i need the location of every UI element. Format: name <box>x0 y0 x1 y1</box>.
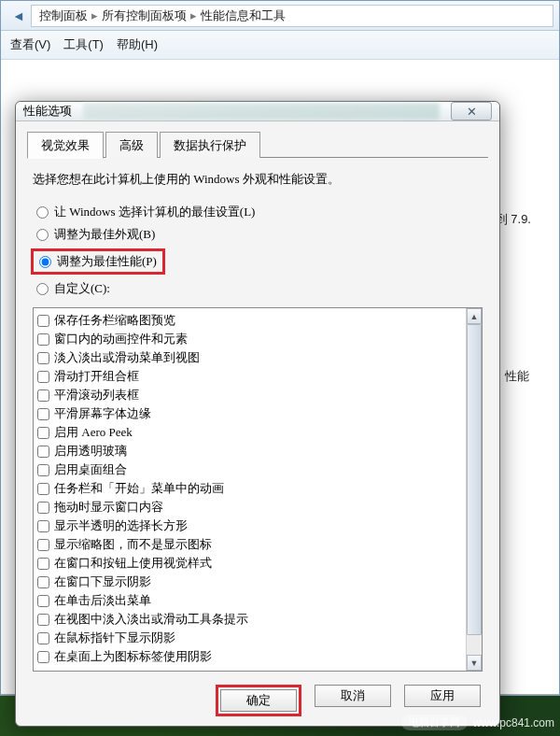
option-item[interactable]: 在窗口和按钮上使用视觉样式 <box>37 554 462 573</box>
option-item[interactable]: 在桌面上为图标标签使用阴影 <box>37 647 462 666</box>
option-checkbox[interactable] <box>37 464 49 476</box>
option-checkbox[interactable] <box>37 408 49 420</box>
option-checkbox[interactable] <box>37 446 49 458</box>
ok-button[interactable]: 确定 <box>220 689 297 712</box>
option-item[interactable]: 平滑屏幕字体边缘 <box>37 404 462 423</box>
dialog-body: 视觉效果 高级 数据执行保护 选择您想在此计算机上使用的 Windows 外观和… <box>16 121 499 728</box>
radio-group: 让 Windows 选择计算机的最佳设置(L) 调整为最佳外观(B) 调整为最佳… <box>27 201 488 305</box>
option-checkbox[interactable] <box>37 427 49 439</box>
option-item[interactable]: 保存任务栏缩略图预览 <box>37 311 462 330</box>
menu-tools[interactable]: 工具(T) <box>63 36 104 53</box>
option-item[interactable]: 在视图中淡入淡出或滑动工具条提示 <box>37 610 462 629</box>
option-item[interactable]: 显示缩略图，而不是显示图标 <box>37 535 462 554</box>
option-checkbox[interactable] <box>37 352 49 364</box>
option-label: 淡入淡出或滑动菜单到视图 <box>54 349 200 366</box>
option-label: 拖动时显示窗口内容 <box>54 499 163 516</box>
radio-auto[interactable]: 让 Windows 选择计算机的最佳设置(L) <box>36 201 479 223</box>
option-label: 在视图中淡入淡出或滑动工具条提示 <box>54 611 248 628</box>
option-checkbox[interactable] <box>37 614 49 626</box>
radio-label: 自定义(C): <box>54 280 110 297</box>
radio-best-appearance[interactable]: 调整为最佳外观(B) <box>36 223 479 246</box>
menu-help[interactable]: 帮助(H) <box>117 36 158 53</box>
breadcrumb-item[interactable]: 控制面板 <box>39 7 88 24</box>
option-checkbox[interactable] <box>37 558 49 570</box>
chevron-right-icon: ▸ <box>190 8 197 22</box>
option-label: 在鼠标指针下显示阴影 <box>54 630 175 646</box>
option-label: 在单击后淡出菜单 <box>54 592 151 609</box>
option-label: 在窗口和按钮上使用视觉样式 <box>54 555 212 572</box>
scroll-thumb[interactable] <box>467 324 482 635</box>
tab-advanced[interactable]: 高级 <box>105 132 158 158</box>
option-label: 显示缩略图，而不是显示图标 <box>54 536 212 553</box>
option-label: 显示半透明的选择长方形 <box>54 517 188 534</box>
breadcrumb[interactable]: 控制面板 ▸ 所有控制面板项 ▸ 性能信息和工具 <box>31 5 553 27</box>
option-item[interactable]: 滑动打开组合框 <box>37 367 462 386</box>
option-checkbox[interactable] <box>37 576 49 588</box>
options-listbox: 保存任务栏缩略图预览窗口内的动画控件和元素淡入淡出或滑动菜单到视图滑动打开组合框… <box>33 307 483 672</box>
radio-performance-input[interactable] <box>39 256 51 268</box>
option-item[interactable]: 显示半透明的选择长方形 <box>37 517 462 535</box>
option-checkbox[interactable] <box>37 539 49 551</box>
option-item[interactable]: 启用桌面组合 <box>37 460 462 479</box>
option-item[interactable]: 启用 Aero Peek <box>37 423 462 442</box>
option-checkbox[interactable] <box>37 315 49 327</box>
option-item[interactable]: 拖动时显示窗口内容 <box>37 498 462 517</box>
option-label: 启用桌面组合 <box>54 461 127 478</box>
option-item[interactable]: 在窗口下显示阴影 <box>37 573 462 591</box>
option-item[interactable]: 在鼠标指针下显示阴影 <box>37 629 462 647</box>
option-checkbox[interactable] <box>37 389 49 402</box>
watermark-badge: 电脑百事网 <box>401 715 468 730</box>
option-label: 启用 Aero Peek <box>54 424 133 441</box>
option-checkbox[interactable] <box>37 632 49 644</box>
scrollbar[interactable]: ▲ ▼ <box>466 308 482 671</box>
cancel-button[interactable]: 取消 <box>315 685 391 707</box>
option-checkbox[interactable] <box>37 651 49 663</box>
scroll-up-icon[interactable]: ▲ <box>467 308 482 324</box>
highlight-best-performance[interactable]: 调整为最佳性能(P) <box>31 248 165 275</box>
radio-label: 调整为最佳性能(P) <box>57 253 157 270</box>
menu-bar: 查看(V) 工具(T) 帮助(H) <box>1 31 559 60</box>
option-checkbox[interactable] <box>37 595 49 607</box>
radio-appearance-input[interactable] <box>36 229 49 241</box>
menu-view[interactable]: 查看(V) <box>10 36 50 53</box>
radio-label: 调整为最佳外观(B) <box>54 226 155 243</box>
option-label: 启用透明玻璃 <box>54 443 127 460</box>
breadcrumb-item[interactable]: 所有控制面板项 <box>102 7 187 24</box>
breadcrumb-item[interactable]: 性能信息和工具 <box>201 7 286 24</box>
radio-auto-input[interactable] <box>36 206 49 219</box>
tab-row: 视觉效果 高级 数据执行保护 <box>27 131 488 158</box>
tab-dep[interactable]: 数据执行保护 <box>160 132 260 158</box>
scroll-down-icon[interactable]: ▼ <box>467 655 482 671</box>
option-label: 滑动打开组合框 <box>54 368 139 385</box>
option-checkbox[interactable] <box>37 371 49 383</box>
title-blur <box>83 103 440 120</box>
radio-custom[interactable]: 自定义(C): <box>36 277 479 300</box>
option-label: 平滑屏幕字体边缘 <box>54 405 151 422</box>
option-label: 平滑滚动列表框 <box>54 387 139 403</box>
radio-custom-input[interactable] <box>36 283 49 295</box>
close-button[interactable]: ✕ <box>451 102 492 120</box>
option-item[interactable]: 任务栏和「开始」菜单中的动画 <box>37 479 462 498</box>
option-checkbox[interactable] <box>37 333 49 346</box>
scroll-track[interactable] <box>467 324 482 655</box>
option-checkbox[interactable] <box>37 520 49 532</box>
option-item[interactable]: 启用透明玻璃 <box>37 442 462 460</box>
dialog-title-bar[interactable]: 性能选项 ✕ <box>16 102 499 121</box>
option-label: 窗口内的动画控件和元素 <box>54 331 188 347</box>
address-bar: ◄ 控制面板 ▸ 所有控制面板项 ▸ 性能信息和工具 <box>1 1 559 31</box>
option-item[interactable]: 平滑滚动列表框 <box>37 386 462 404</box>
apply-button[interactable]: 应用 <box>404 685 481 707</box>
performance-label: 性能 <box>505 368 529 385</box>
option-checkbox[interactable] <box>37 502 49 514</box>
options-list-inner[interactable]: 保存任务栏缩略图预览窗口内的动画控件和元素淡入淡出或滑动菜单到视图滑动打开组合框… <box>34 308 466 671</box>
option-checkbox[interactable] <box>37 483 49 495</box>
highlight-ok: 确定 <box>216 685 301 716</box>
nav-back-icon[interactable]: ◄ <box>7 4 31 28</box>
option-label: 在桌面上为图标标签使用阴影 <box>54 648 212 665</box>
option-label: 在窗口下显示阴影 <box>54 573 151 590</box>
performance-options-dialog: 性能选项 ✕ 视觉效果 高级 数据执行保护 选择您想在此计算机上使用的 Wind… <box>15 101 500 727</box>
option-item[interactable]: 窗口内的动画控件和元素 <box>37 330 462 348</box>
option-item[interactable]: 淡入淡出或滑动菜单到视图 <box>37 348 462 367</box>
option-item[interactable]: 在单击后淡出菜单 <box>37 591 462 610</box>
tab-visual-effects[interactable]: 视觉效果 <box>27 132 104 159</box>
